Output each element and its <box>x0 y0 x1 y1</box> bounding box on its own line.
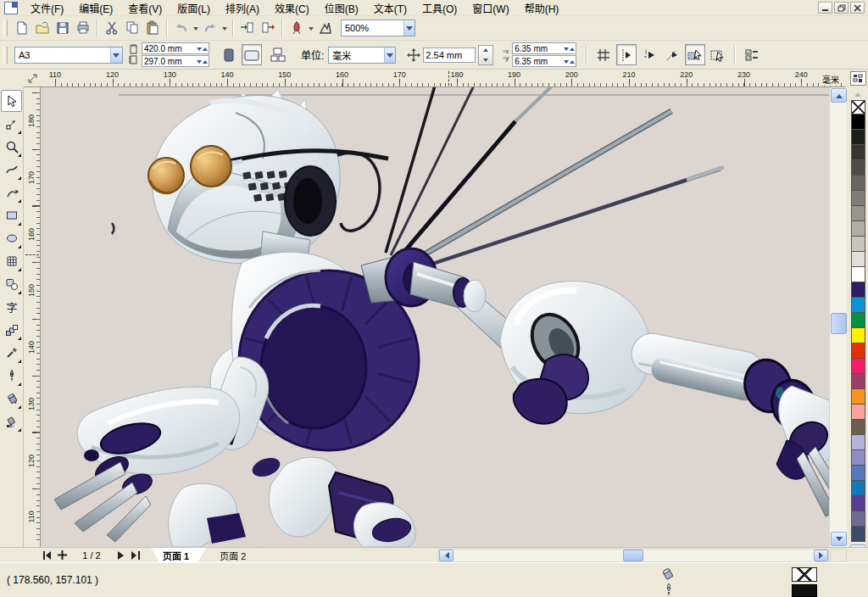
text-tool-button[interactable]: 字 <box>1 296 22 318</box>
undo-button[interactable] <box>171 18 192 38</box>
duplicate-y-input[interactable] <box>513 57 564 66</box>
menu-file[interactable]: 文件(F) <box>23 0 71 17</box>
menu-tools[interactable]: 工具(O) <box>415 0 465 17</box>
menu-help[interactable]: 帮助(H) <box>517 0 567 17</box>
color-swatch[interactable] <box>851 373 865 389</box>
paper-type-dropdown-icon[interactable] <box>110 47 122 63</box>
pick-tool-button[interactable] <box>1 90 22 112</box>
zoom-dropdown-icon[interactable] <box>403 20 415 36</box>
duplicate-y-field[interactable] <box>512 55 576 67</box>
redo-dropdown[interactable] <box>220 19 229 37</box>
vertical-ruler[interactable]: 180170160150140130120110 <box>24 87 41 547</box>
color-swatch[interactable] <box>851 495 865 511</box>
color-swatch[interactable] <box>851 526 865 542</box>
new-button[interactable] <box>12 18 32 38</box>
color-swatch[interactable] <box>851 282 865 298</box>
restore-button[interactable] <box>834 2 849 14</box>
menu-text[interactable]: 文本(T) <box>366 0 415 17</box>
vertical-scroll-thumb[interactable] <box>831 313 847 334</box>
units-dropdown-icon[interactable] <box>384 47 395 63</box>
menu-window[interactable]: 窗口(W) <box>465 0 516 17</box>
corel-graph-button[interactable] <box>315 18 336 38</box>
menu-effects[interactable]: 效果(C) <box>267 0 317 17</box>
color-swatch[interactable] <box>851 297 865 313</box>
horizontal-scroll-thumb[interactable] <box>623 550 643 561</box>
outline-tool-button[interactable] <box>1 365 22 387</box>
menu-view[interactable]: 查看(V) <box>120 0 170 17</box>
color-swatch[interactable] <box>851 343 865 359</box>
marquee-select-button[interactable] <box>708 44 728 65</box>
paste-button[interactable] <box>142 18 163 38</box>
no-fill-swatch[interactable] <box>851 100 865 114</box>
color-swatch[interactable] <box>851 190 865 206</box>
export-button[interactable] <box>258 18 278 38</box>
add-page-button[interactable] <box>56 549 69 561</box>
graph-paper-tool-button[interactable] <box>1 250 22 272</box>
zoom-level-combo[interactable] <box>341 20 415 36</box>
fill-color-swatch[interactable] <box>792 567 817 582</box>
scroll-down-button[interactable] <box>831 532 847 546</box>
nudge-offset-field[interactable] <box>423 47 476 63</box>
color-swatch[interactable] <box>851 266 865 282</box>
color-swatch[interactable] <box>851 419 865 435</box>
zoom-tool-button[interactable] <box>1 136 22 158</box>
snap-to-grid-button[interactable] <box>593 44 614 65</box>
scroll-right-button[interactable] <box>814 550 828 561</box>
landscape-button[interactable] <box>242 44 262 65</box>
color-swatch[interactable] <box>851 144 865 160</box>
app-icon[interactable] <box>4 2 18 14</box>
color-swatch[interactable] <box>851 251 865 267</box>
minimize-button[interactable] <box>818 2 832 14</box>
last-page-button[interactable] <box>130 549 142 561</box>
paper-type-combo[interactable] <box>14 47 123 64</box>
zoom-level-input[interactable] <box>342 23 403 33</box>
paper-width-spinner[interactable] <box>197 44 209 53</box>
color-swatch[interactable] <box>851 205 865 221</box>
paper-height-spinner[interactable] <box>197 57 209 66</box>
toolbar-grip[interactable] <box>3 20 8 36</box>
nudge-spinner[interactable] <box>478 45 493 65</box>
menu-edit[interactable]: 编辑(E) <box>71 0 120 17</box>
menu-arrange[interactable]: 排列(A) <box>218 0 267 17</box>
units-input[interactable] <box>329 50 384 60</box>
options-list-button[interactable] <box>742 44 762 65</box>
duplicate-x-spinner[interactable] <box>564 44 576 53</box>
copy-button[interactable] <box>122 18 142 38</box>
menu-bitmaps[interactable]: 位图(B) <box>317 0 366 17</box>
redo-button[interactable] <box>200 18 220 38</box>
snap-to-guidelines-button[interactable] <box>616 44 637 65</box>
interactive-fill-tool-button[interactable] <box>1 410 22 432</box>
color-swatch[interactable] <box>851 388 865 405</box>
color-swatch[interactable] <box>851 236 865 252</box>
color-swatch[interactable] <box>851 159 865 176</box>
palette-scroll-up-button[interactable] <box>850 87 866 98</box>
color-swatch[interactable] <box>851 434 865 450</box>
undo-dropdown[interactable] <box>192 19 200 37</box>
nudge-offset-input[interactable] <box>424 50 475 60</box>
color-swatch[interactable] <box>851 480 865 496</box>
snap-to-dynamic-guides-button[interactable] <box>662 44 682 65</box>
color-swatch[interactable] <box>851 129 865 145</box>
treat-as-filled-button[interactable] <box>685 44 705 65</box>
interactive-blend-tool-button[interactable] <box>1 319 22 341</box>
color-swatch[interactable] <box>851 511 865 527</box>
first-page-button[interactable] <box>41 549 53 561</box>
portrait-button[interactable] <box>219 44 239 65</box>
color-swatch[interactable] <box>851 327 865 343</box>
outline-color-swatch[interactable] <box>792 584 817 597</box>
scroll-left-button[interactable] <box>439 550 453 561</box>
duplicate-x-field[interactable] <box>512 42 576 54</box>
close-button[interactable] <box>850 2 865 14</box>
save-button[interactable] <box>53 18 73 38</box>
color-swatch[interactable] <box>851 220 865 237</box>
launcher-dropdown[interactable] <box>307 19 315 37</box>
print-button[interactable] <box>73 18 93 38</box>
rectangle-tool-button[interactable] <box>1 204 22 226</box>
palette-options-button[interactable] <box>850 71 866 86</box>
color-swatch[interactable] <box>851 404 865 420</box>
application-launcher-button[interactable] <box>287 18 307 38</box>
paper-width-input[interactable] <box>142 44 197 53</box>
color-swatch[interactable] <box>851 465 865 481</box>
color-swatch[interactable] <box>851 114 865 130</box>
units-combo[interactable] <box>328 47 396 64</box>
